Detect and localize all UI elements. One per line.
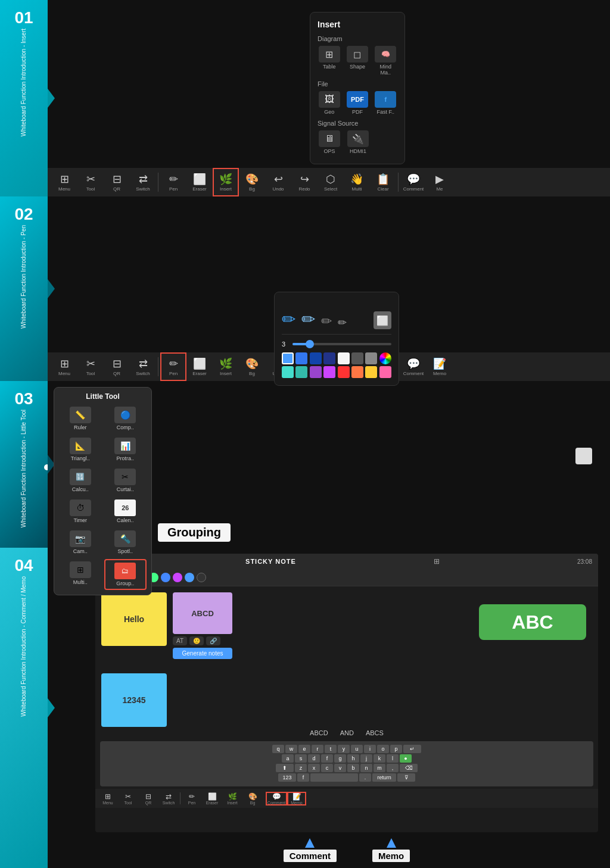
mini-switch[interactable]: ⇄ Switch (160, 792, 178, 805)
tb2-pen[interactable]: ✏Pen (160, 352, 186, 381)
key-x[interactable]: x (308, 764, 320, 772)
key-r[interactable]: r (312, 745, 323, 753)
key-j[interactable]: j (360, 754, 372, 763)
key-space[interactable] (310, 773, 358, 782)
color-gray[interactable] (365, 352, 377, 364)
tb1-clear[interactable]: 📋Clear (370, 168, 396, 196)
key-num[interactable]: 123 (278, 773, 296, 782)
color-teal[interactable] (295, 366, 307, 378)
mini-menu[interactable]: ⊞ Menu (99, 792, 117, 805)
tool-curtain[interactable]: ✂ Curtai.. (104, 466, 147, 495)
sticky-note-abcd[interactable]: ABCD (173, 592, 232, 634)
pen-type-gray2[interactable]: ✏ (338, 299, 347, 329)
color-yellow[interactable] (365, 366, 377, 378)
insert-ops[interactable]: 🖥 OPS (318, 130, 341, 154)
key-u[interactable]: u (351, 745, 363, 753)
tb1-menu[interactable]: ⊞Menu (51, 168, 77, 196)
generate-notes-button[interactable]: Generate notes (173, 648, 232, 659)
key-a[interactable]: a (282, 754, 294, 763)
key-y[interactable]: y (338, 745, 350, 753)
key-b[interactable]: b (347, 764, 359, 772)
tool-calculator[interactable]: 🔢 Calcu.. (59, 466, 102, 495)
tb1-bg[interactable]: 🎨Bg (239, 168, 265, 196)
color-cyan-btn[interactable] (185, 573, 194, 582)
tb1-insert[interactable]: 🌿Insert (213, 168, 239, 196)
key-g[interactable]: g (334, 754, 346, 763)
key-w[interactable]: w (285, 745, 297, 753)
tb2-eraser[interactable]: ⬜Eraser (186, 352, 213, 381)
tb2-memo[interactable]: 📝Memo (427, 352, 453, 381)
key-m[interactable]: m (374, 764, 385, 772)
color-blue2[interactable] (295, 352, 307, 364)
tb2-menu[interactable]: ⊞Menu (51, 352, 77, 381)
key-collapse[interactable]: ⊽ (397, 773, 415, 782)
key-enter[interactable]: ↵ (403, 745, 421, 753)
tool-grouping[interactable]: 🗂 Group.. (104, 559, 147, 590)
color-blue-btn[interactable] (161, 573, 170, 582)
key-o[interactable]: o (377, 745, 389, 753)
color-darkblue2[interactable] (323, 352, 335, 364)
key-f[interactable]: f (321, 754, 333, 763)
tb2-insert[interactable]: 🌿Insert (213, 352, 239, 381)
key-comma[interactable]: , (387, 764, 399, 772)
key-return[interactable]: return (372, 773, 396, 782)
color-darkgray[interactable] (351, 352, 363, 364)
key-d[interactable]: d (308, 754, 320, 763)
tb1-switch[interactable]: ⇄Switch (130, 168, 156, 196)
tb2-switch[interactable]: ⇄Switch (130, 352, 156, 381)
tool-spotlight[interactable]: 🔦 Spotl.. (104, 528, 147, 557)
word-and[interactable]: AND (340, 729, 354, 736)
key-green[interactable]: ● (400, 754, 412, 763)
color-pink[interactable] (379, 366, 391, 378)
tb1-qr[interactable]: ⊟QR (104, 168, 130, 196)
key-f2[interactable]: f (297, 773, 309, 782)
color-purple[interactable] (310, 366, 322, 378)
insert-geo[interactable]: 🖼 Geo (318, 91, 341, 115)
key-dot[interactable]: . (359, 773, 371, 782)
tool-multi[interactable]: ⊞ Multi.. (59, 559, 102, 590)
tool-ruler[interactable]: 📏 Ruler (59, 404, 102, 433)
mini-memo[interactable]: 📝 Memo (288, 792, 306, 805)
tb1-tool[interactable]: ✂Tool (77, 168, 104, 196)
key-q[interactable]: q (272, 745, 284, 753)
mini-qr[interactable]: ⊟ QR (139, 792, 157, 805)
mini-bg[interactable]: 🎨 Bg (244, 792, 262, 805)
mini-tool[interactable]: ✂ Tool (119, 792, 137, 805)
tool-compass[interactable]: 🔵 Comp.. (104, 404, 147, 433)
color-cyan[interactable] (282, 366, 294, 378)
color-picker-button[interactable] (379, 352, 391, 364)
tab-1[interactable]: 01 Whiteboard Function Introduction - In… (0, 0, 48, 196)
tb1-pen[interactable]: ✏Pen (160, 168, 186, 196)
key-k[interactable]: k (374, 754, 385, 763)
tab-4[interactable]: 04 Whiteboard Function Introduction - Co… (0, 548, 48, 868)
key-n[interactable]: n (360, 764, 372, 772)
tb1-eraser[interactable]: ⬜Eraser (186, 168, 213, 196)
key-e[interactable]: e (298, 745, 310, 753)
tb1-undo[interactable]: ↩Undo (265, 168, 291, 196)
color-darkblue[interactable] (310, 352, 322, 364)
eraser-btn[interactable]: ⬜ (374, 311, 391, 329)
tb2-tool[interactable]: ✂Tool (77, 352, 104, 381)
note-ctrl-3[interactable]: 🔗 (206, 636, 220, 645)
sticky-note-blue[interactable]: 12345 (101, 673, 167, 727)
key-h[interactable]: h (347, 754, 359, 763)
tool-triangle[interactable]: 📐 Triangl.. (59, 435, 102, 464)
tb1-multi[interactable]: 👋Multi (344, 168, 370, 196)
color-purple-btn[interactable] (173, 573, 182, 582)
key-p[interactable]: p (390, 745, 402, 753)
key-backspace[interactable]: ⌫ (400, 764, 418, 772)
color-orange[interactable] (351, 366, 363, 378)
key-z[interactable]: z (295, 764, 307, 772)
mini-eraser[interactable]: ⬜ Eraser (203, 792, 221, 805)
tab-2[interactable]: 02 Whiteboard Function Introduction - Pe… (0, 196, 48, 381)
key-l[interactable]: l (387, 754, 399, 763)
tool-calendar[interactable]: 26 Calen.. (104, 497, 147, 526)
key-s[interactable]: s (295, 754, 307, 763)
tool-timer[interactable]: ⏱ Timer (59, 497, 102, 526)
pen-type-blue[interactable]: ✏ (282, 299, 295, 329)
key-shift[interactable]: ⬆ (276, 764, 294, 772)
insert-shape[interactable]: ◻ Shape (346, 46, 369, 76)
pen-slider-thumb[interactable] (306, 340, 314, 348)
note-ctrl-1[interactable]: AT (173, 636, 187, 645)
insert-mindmap[interactable]: 🧠 Mind Ma.. (374, 46, 397, 76)
